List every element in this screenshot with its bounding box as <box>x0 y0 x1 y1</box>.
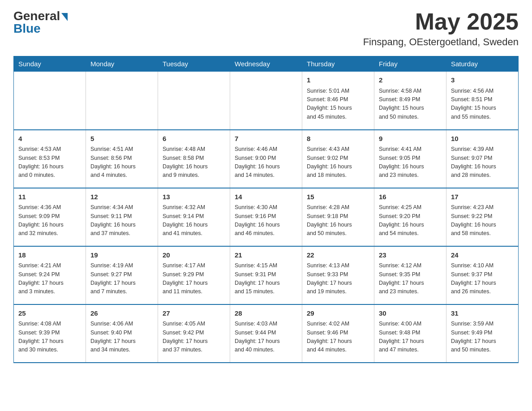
calendar-cell: 22Sunrise: 4:13 AM Sunset: 9:33 PM Dayli… <box>302 246 374 304</box>
day-of-week-saturday: Saturday <box>446 56 519 72</box>
day-number: 31 <box>451 308 514 319</box>
day-number: 26 <box>90 308 153 319</box>
day-of-week-wednesday: Wednesday <box>230 56 302 72</box>
calendar-table: SundayMondayTuesdayWednesdayThursdayFrid… <box>13 56 519 363</box>
calendar-cell: 1Sunrise: 5:01 AM Sunset: 8:46 PM Daylig… <box>302 72 374 130</box>
day-info: Sunrise: 4:17 AM Sunset: 9:29 PM Dayligh… <box>163 261 225 296</box>
day-number: 30 <box>379 308 442 319</box>
calendar-header: SundayMondayTuesdayWednesdayThursdayFrid… <box>14 56 519 72</box>
day-of-week-monday: Monday <box>86 56 158 72</box>
day-info: Sunrise: 4:41 AM Sunset: 9:05 PM Dayligh… <box>379 145 442 180</box>
page-header: General Blue May 2025 Finspang, OEstergo… <box>13 9 519 48</box>
day-info: Sunrise: 4:51 AM Sunset: 8:56 PM Dayligh… <box>90 145 153 180</box>
day-info: Sunrise: 4:08 AM Sunset: 9:39 PM Dayligh… <box>18 320 81 355</box>
title-section: May 2025 Finspang, OEstergoetland, Swede… <box>363 9 519 48</box>
day-number: 19 <box>90 250 153 261</box>
calendar-cell: 24Sunrise: 4:10 AM Sunset: 9:37 PM Dayli… <box>446 246 519 304</box>
day-info: Sunrise: 4:19 AM Sunset: 9:27 PM Dayligh… <box>90 261 153 296</box>
calendar-cell: 12Sunrise: 4:34 AM Sunset: 9:11 PM Dayli… <box>86 188 158 246</box>
day-number: 4 <box>18 134 81 144</box>
main-title: May 2025 <box>363 9 519 34</box>
logo-arrow-icon <box>61 13 68 21</box>
day-info: Sunrise: 4:15 AM Sunset: 9:31 PM Dayligh… <box>235 261 297 296</box>
day-number: 3 <box>451 75 514 86</box>
day-number: 28 <box>235 308 297 319</box>
calendar-cell: 11Sunrise: 4:36 AM Sunset: 9:09 PM Dayli… <box>14 188 86 246</box>
day-info: Sunrise: 4:30 AM Sunset: 9:16 PM Dayligh… <box>235 203 297 238</box>
calendar-week-4: 18Sunrise: 4:21 AM Sunset: 9:24 PM Dayli… <box>14 246 519 304</box>
day-number: 22 <box>307 250 369 261</box>
day-info: Sunrise: 4:25 AM Sunset: 9:20 PM Dayligh… <box>379 203 442 238</box>
calendar-cell: 4Sunrise: 4:53 AM Sunset: 8:53 PM Daylig… <box>14 130 86 188</box>
day-info: Sunrise: 4:10 AM Sunset: 9:37 PM Dayligh… <box>451 261 514 296</box>
day-info: Sunrise: 4:39 AM Sunset: 9:07 PM Dayligh… <box>451 145 514 180</box>
day-info: Sunrise: 4:58 AM Sunset: 8:49 PM Dayligh… <box>379 87 442 122</box>
day-number: 13 <box>163 192 225 202</box>
day-of-week-sunday: Sunday <box>14 56 86 72</box>
day-number: 21 <box>235 250 297 261</box>
day-number: 9 <box>379 134 442 144</box>
logo-blue-text: Blue <box>13 21 41 36</box>
calendar-cell: 26Sunrise: 4:06 AM Sunset: 9:40 PM Dayli… <box>86 304 158 363</box>
calendar-cell: 18Sunrise: 4:21 AM Sunset: 9:24 PM Dayli… <box>14 246 86 304</box>
calendar-cell: 20Sunrise: 4:17 AM Sunset: 9:29 PM Dayli… <box>158 246 230 304</box>
calendar-cell: 31Sunrise: 3:59 AM Sunset: 9:49 PM Dayli… <box>446 304 519 363</box>
calendar-week-3: 11Sunrise: 4:36 AM Sunset: 9:09 PM Dayli… <box>14 188 519 246</box>
calendar-cell: 8Sunrise: 4:43 AM Sunset: 9:02 PM Daylig… <box>302 130 374 188</box>
day-of-week-friday: Friday <box>374 56 446 72</box>
day-info: Sunrise: 4:05 AM Sunset: 9:42 PM Dayligh… <box>163 320 225 355</box>
calendar-cell <box>230 72 302 130</box>
day-info: Sunrise: 4:32 AM Sunset: 9:14 PM Dayligh… <box>163 203 225 238</box>
day-number: 11 <box>18 192 81 202</box>
calendar-week-1: 1Sunrise: 5:01 AM Sunset: 8:46 PM Daylig… <box>14 72 519 130</box>
calendar-cell: 5Sunrise: 4:51 AM Sunset: 8:56 PM Daylig… <box>86 130 158 188</box>
day-number: 8 <box>307 134 369 144</box>
calendar-cell: 2Sunrise: 4:58 AM Sunset: 8:49 PM Daylig… <box>374 72 446 130</box>
day-number: 20 <box>163 250 225 261</box>
day-info: Sunrise: 4:28 AM Sunset: 9:18 PM Dayligh… <box>307 203 369 238</box>
day-of-week-tuesday: Tuesday <box>158 56 230 72</box>
calendar-cell: 10Sunrise: 4:39 AM Sunset: 9:07 PM Dayli… <box>446 130 519 188</box>
day-info: Sunrise: 4:53 AM Sunset: 8:53 PM Dayligh… <box>18 145 81 180</box>
day-number: 6 <box>163 134 225 144</box>
day-of-week-thursday: Thursday <box>302 56 374 72</box>
day-info: Sunrise: 4:48 AM Sunset: 8:58 PM Dayligh… <box>163 145 225 180</box>
calendar-cell: 14Sunrise: 4:30 AM Sunset: 9:16 PM Dayli… <box>230 188 302 246</box>
calendar-cell: 9Sunrise: 4:41 AM Sunset: 9:05 PM Daylig… <box>374 130 446 188</box>
day-info: Sunrise: 4:06 AM Sunset: 9:40 PM Dayligh… <box>90 320 153 355</box>
day-number: 18 <box>18 250 81 261</box>
day-number: 14 <box>235 192 297 202</box>
calendar-body: 1Sunrise: 5:01 AM Sunset: 8:46 PM Daylig… <box>14 72 519 363</box>
day-number: 17 <box>451 192 514 202</box>
day-info: Sunrise: 5:01 AM Sunset: 8:46 PM Dayligh… <box>307 87 369 122</box>
calendar-cell: 27Sunrise: 4:05 AM Sunset: 9:42 PM Dayli… <box>158 304 230 363</box>
day-number: 16 <box>379 192 442 202</box>
day-number: 23 <box>379 250 442 261</box>
calendar-cell: 19Sunrise: 4:19 AM Sunset: 9:27 PM Dayli… <box>86 246 158 304</box>
day-info: Sunrise: 4:13 AM Sunset: 9:33 PM Dayligh… <box>307 261 369 296</box>
day-info: Sunrise: 4:02 AM Sunset: 9:46 PM Dayligh… <box>307 320 369 355</box>
calendar-cell: 7Sunrise: 4:46 AM Sunset: 9:00 PM Daylig… <box>230 130 302 188</box>
day-info: Sunrise: 4:23 AM Sunset: 9:22 PM Dayligh… <box>451 203 514 238</box>
calendar-cell: 13Sunrise: 4:32 AM Sunset: 9:14 PM Dayli… <box>158 188 230 246</box>
day-info: Sunrise: 4:34 AM Sunset: 9:11 PM Dayligh… <box>90 203 153 238</box>
calendar-cell: 15Sunrise: 4:28 AM Sunset: 9:18 PM Dayli… <box>302 188 374 246</box>
day-info: Sunrise: 4:36 AM Sunset: 9:09 PM Dayligh… <box>18 203 81 238</box>
day-number: 2 <box>379 75 442 86</box>
day-number: 15 <box>307 192 369 202</box>
day-number: 7 <box>235 134 297 144</box>
calendar-cell: 25Sunrise: 4:08 AM Sunset: 9:39 PM Dayli… <box>14 304 86 363</box>
day-info: Sunrise: 4:00 AM Sunset: 9:48 PM Dayligh… <box>379 320 442 355</box>
calendar-cell: 28Sunrise: 4:03 AM Sunset: 9:44 PM Dayli… <box>230 304 302 363</box>
calendar-cell: 3Sunrise: 4:56 AM Sunset: 8:51 PM Daylig… <box>446 72 519 130</box>
logo: General Blue <box>13 9 68 36</box>
calendar-week-5: 25Sunrise: 4:08 AM Sunset: 9:39 PM Dayli… <box>14 304 519 363</box>
calendar-cell: 30Sunrise: 4:00 AM Sunset: 9:48 PM Dayli… <box>374 304 446 363</box>
day-info: Sunrise: 4:43 AM Sunset: 9:02 PM Dayligh… <box>307 145 369 180</box>
day-number: 10 <box>451 134 514 144</box>
day-number: 5 <box>90 134 153 144</box>
calendar-cell: 17Sunrise: 4:23 AM Sunset: 9:22 PM Dayli… <box>446 188 519 246</box>
day-info: Sunrise: 4:46 AM Sunset: 9:00 PM Dayligh… <box>235 145 297 180</box>
calendar-cell: 23Sunrise: 4:12 AM Sunset: 9:35 PM Dayli… <box>374 246 446 304</box>
calendar-cell <box>14 72 86 130</box>
